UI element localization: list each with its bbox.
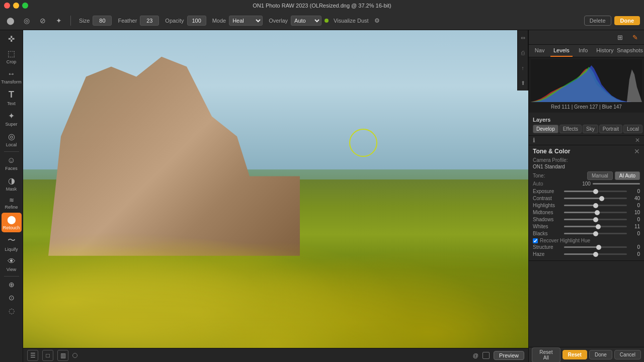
recover-highlight-checkbox[interactable] <box>533 238 538 243</box>
sidebar-tool-transform[interactable]: ↔ Transform <box>2 67 22 86</box>
toolbar-blemish[interactable]: ⊘ <box>36 14 49 27</box>
minimize-button[interactable] <box>13 3 19 9</box>
toolbar-perfect-eraser[interactable]: ✦ <box>52 14 65 27</box>
delete-button[interactable]: Delete <box>584 16 611 26</box>
sidebar-tool-text[interactable]: T Text <box>2 87 22 108</box>
print-icon-btn[interactable]: ⎙ <box>517 47 528 58</box>
sidebar-tool-extra1[interactable]: ⊕ <box>2 279 22 291</box>
size-input[interactable] <box>93 16 112 26</box>
toolbar-separator <box>70 16 71 26</box>
histogram-area: Red 111 | Green 127 | Blue 147 <box>529 57 644 113</box>
haze-slider[interactable] <box>564 253 627 255</box>
edit-button[interactable]: ✎ <box>628 32 642 43</box>
tab-snapshots[interactable]: Snapshots <box>616 45 644 57</box>
export-icon-btn[interactable]: ⬆ <box>517 77 528 88</box>
overlay-dropdown[interactable]: Auto Always Never <box>291 16 321 26</box>
sidebar-tool-local[interactable]: ◎ Local <box>2 130 22 149</box>
toolbar: ⬤ ◎ ⊘ ✦ Size Feather Opacity Mode Heal C… <box>0 11 644 30</box>
square-symbol <box>482 352 490 359</box>
sidebar-tool-view[interactable]: 👁 View <box>2 255 22 274</box>
faces-label: Faces <box>5 166 18 171</box>
edit-icon: ✎ <box>632 34 638 41</box>
close-button[interactable] <box>4 3 10 9</box>
opacity-input[interactable] <box>187 16 206 26</box>
shadows-value: 0 <box>629 217 640 222</box>
reset-all-button[interactable]: Reset All <box>532 347 560 363</box>
sidebar-tool-liquify[interactable]: 〜 Liquify <box>2 233 22 254</box>
view-icon: 👁 <box>8 257 16 266</box>
view-label: View <box>7 267 16 272</box>
tone-color-close[interactable]: ✕ <box>634 147 640 155</box>
mode-dropdown[interactable]: Heal Clone Replace <box>229 16 263 26</box>
camera-profile-label: Camera Profile: <box>533 157 640 163</box>
blacks-slider[interactable] <box>564 233 627 234</box>
tab-levels[interactable]: Levels <box>550 45 572 57</box>
toolbar-heal-brush[interactable]: ⬤ <box>4 14 17 27</box>
titlebar: ON1 Photo RAW 2023 (OLResized.dng @ 37.2… <box>0 0 644 11</box>
layer-tab-local[interactable]: Local <box>623 125 642 133</box>
whites-row: Whites 11 <box>533 224 640 229</box>
visualize-dust-settings[interactable]: ⚙ <box>371 14 384 27</box>
share-icon-btn[interactable]: ↑ <box>517 62 528 73</box>
flowers-overlay <box>23 163 528 362</box>
sidebar-tool-refine[interactable]: ≋ Refine <box>2 195 22 212</box>
visualize-dust-label: Visualize Dust <box>334 18 369 24</box>
split-view-btn[interactable]: ▥ <box>57 350 68 361</box>
whites-slider[interactable] <box>564 226 627 227</box>
cancel-button[interactable]: Cancel <box>614 350 641 359</box>
camera-profile-value: ON1 Standard <box>533 164 640 169</box>
right-content: Layers Develop Effects Sky Portrait Loca… <box>529 113 644 347</box>
ai-auto-tone-btn[interactable]: AI Auto <box>615 171 640 180</box>
feather-input[interactable] <box>140 16 159 26</box>
shadows-slider[interactable] <box>564 219 627 220</box>
done-button[interactable]: Done <box>614 16 640 25</box>
contrast-slider[interactable] <box>564 198 627 199</box>
single-view-btn[interactable]: □ <box>42 350 53 361</box>
layer-tab-effects[interactable]: Effects <box>559 125 582 133</box>
sidebar-tool-extra2[interactable]: ⊙ <box>2 292 22 304</box>
exposure-slider[interactable] <box>564 191 627 192</box>
sidebar-tool-crop[interactable]: ⬚ Crop <box>2 47 22 66</box>
blacks-value: 0 <box>629 231 640 236</box>
sidebar-tool-faces[interactable]: ☺ Faces <box>2 154 22 173</box>
mode-label: Mode <box>212 18 226 24</box>
exposure-row: Exposure 0 <box>533 189 640 194</box>
sidebar-tool-panzoom[interactable]: ✜ <box>2 32 22 46</box>
tab-info[interactable]: Info <box>573 45 594 57</box>
layer-tab-portrait[interactable]: Portrait <box>599 125 622 133</box>
browse-button[interactable]: ⊞ <box>613 32 627 43</box>
highlights-slider[interactable] <box>564 205 627 206</box>
structure-row: Structure 0 <box>533 244 640 250</box>
super-icon: ✦ <box>8 111 15 121</box>
resize-icon-btn[interactable]: ⇔ <box>517 32 528 43</box>
haze-value: 0 <box>629 251 640 257</box>
haze-row: Haze 0 <box>533 251 640 257</box>
local-icon: ◎ <box>8 132 15 141</box>
reset-button[interactable]: Reset <box>562 350 587 359</box>
manual-tone-btn[interactable]: Manual <box>587 171 613 180</box>
midtones-slider[interactable] <box>564 212 627 213</box>
right-panel: ⊞ ✎ Nav Levels Info History Snapshots <box>528 30 644 362</box>
layer-tab-develop[interactable]: Develop <box>533 125 558 133</box>
layer-tab-sky[interactable]: Sky <box>583 125 598 133</box>
toolbar-clone[interactable]: ◎ <box>20 14 33 27</box>
faces-icon: ☺ <box>7 156 15 165</box>
done-action-button[interactable]: Done <box>589 350 612 359</box>
canvas-area[interactable]: ☰ □ ▥ @ Preview <box>23 30 528 362</box>
sidebar-tool-mask[interactable]: ◑ Mask <box>2 174 22 194</box>
tab-history[interactable]: History <box>594 45 616 57</box>
window-controls <box>4 3 28 9</box>
sidebar-tool-super[interactable]: ✦ Super <box>2 109 22 129</box>
preview-button[interactable]: Preview <box>494 351 524 360</box>
maximize-button[interactable] <box>22 3 28 9</box>
layers-panel-btn[interactable]: ☰ <box>27 350 38 361</box>
sidebar-tool-retouch[interactable]: ⬤ Retouch <box>2 213 22 232</box>
right-tabs: Nav Levels Info History Snapshots <box>529 45 644 57</box>
sidebar-tool-extra3[interactable]: ◌ <box>2 305 22 317</box>
structure-slider[interactable] <box>564 246 627 248</box>
highlights-value: 0 <box>629 203 640 208</box>
tab-nav[interactable]: Nav <box>529 45 550 57</box>
structure-label: Structure <box>533 244 562 250</box>
recover-highlight-row: Recover Highlight Hue <box>533 238 640 243</box>
auto-slider[interactable] <box>593 183 640 185</box>
